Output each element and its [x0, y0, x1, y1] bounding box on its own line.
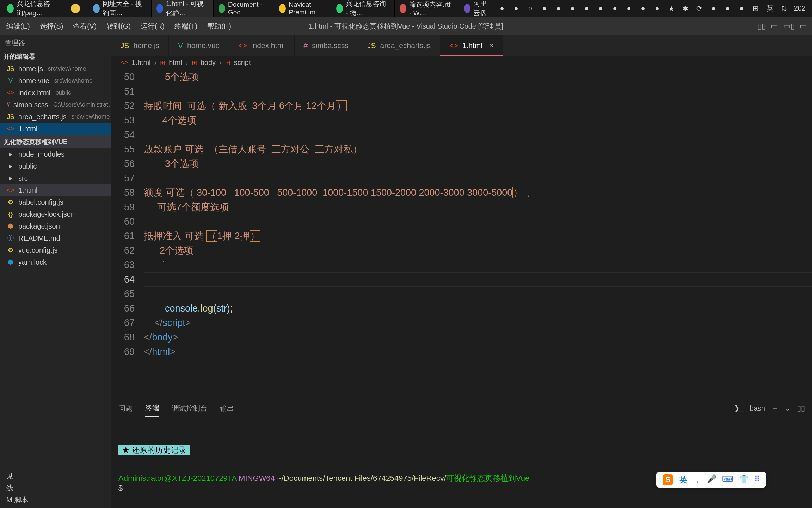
tray-icon[interactable]: ● [540, 4, 549, 13]
workspace-header[interactable]: 见化静态页移植到VUE [0, 135, 111, 148]
taskbar-app[interactable]: 兴龙信息咨询 - 微… [331, 0, 395, 17]
code-line[interactable]: 持股时间 可选（ 新入股 3个月 6个月 12个月） [144, 99, 812, 113]
ime-icon[interactable]: 🎤 [707, 474, 716, 485]
panel-tab[interactable]: 输出 [220, 400, 234, 417]
file-tree-item[interactable]: <>1.html [0, 184, 111, 196]
shell-label[interactable]: bash [750, 404, 765, 412]
editor-tab[interactable]: Vhome.vue [169, 35, 229, 56]
ime-toolbar[interactable]: S 英 ，🎤⌨👕⠿ [656, 472, 766, 488]
code-line[interactable]: 4个选项 [144, 113, 812, 128]
open-editor-item[interactable]: <>index.htmlpublic [0, 87, 111, 99]
taskbar-app[interactable]: 筛选项内容.rtf - W… [395, 0, 459, 17]
open-editor-item[interactable]: JShome.jssrc\view\home [0, 63, 111, 75]
code-line[interactable]: 3个选项 [144, 157, 812, 171]
tray-icon[interactable]: ● [568, 4, 577, 13]
file-tree-item[interactable]: ⚙vue.config.js [0, 244, 111, 256]
tray-icon[interactable]: ● [639, 4, 647, 13]
taskbar-app[interactable]: 阿里云盘 [459, 0, 498, 17]
file-tree-item[interactable]: ▸public [0, 160, 111, 172]
taskbar-app[interactable]: Document - Goo… [214, 0, 274, 17]
menu-item[interactable]: 终端(T) [174, 22, 198, 31]
terminal[interactable]: ★ 还原的历史记录 Administrator@XTZJ-20210729TA … [111, 417, 812, 508]
sidebar-section[interactable]: M 脚本 [0, 494, 111, 506]
code-line[interactable] [144, 272, 812, 287]
code-line[interactable]: 额度 可选（ 30-100 100-500 500-1000 1000-1500… [144, 186, 812, 200]
tray-icon[interactable]: ● [498, 4, 506, 13]
code-area[interactable]: 5个选项 持股时间 可选（ 新入股 3个月 6个月 12个月） 4个选项 放款账… [144, 70, 812, 399]
close-icon[interactable]: × [490, 42, 494, 50]
layout-icon[interactable]: ▭ [800, 22, 807, 31]
breadcrumb-item[interactable]: body [201, 59, 216, 67]
ime-icon[interactable]: ⠿ [754, 474, 760, 485]
tray-icon[interactable]: ● [625, 4, 633, 13]
panel-tab[interactable]: 问题 [118, 400, 133, 417]
taskbar-app[interactable] [66, 0, 88, 17]
menu-item[interactable]: 选择(S) [40, 22, 63, 31]
tray-icon[interactable]: ● [724, 4, 732, 13]
code-line[interactable]: </script> [144, 316, 812, 330]
file-tree-item[interactable]: ▸src [0, 172, 111, 184]
code-line[interactable] [144, 171, 812, 186]
code-line[interactable] [144, 287, 812, 301]
tray-icon[interactable]: 英 [766, 4, 774, 13]
tray-icon[interactable]: ● [583, 4, 591, 13]
menu-item[interactable]: 查看(V) [73, 22, 97, 31]
ime-icon[interactable]: ， [694, 474, 701, 485]
tray-icon[interactable]: ● [653, 4, 662, 13]
layout-icon[interactable]: ▭ [771, 22, 778, 31]
split-icon[interactable]: ▯▯ [797, 404, 805, 412]
breadcrumb[interactable]: <>1.html›⊞html›⊞body›⊞script [111, 56, 812, 70]
chevron-down-icon[interactable]: ⌄ [785, 404, 791, 412]
open-editor-item[interactable]: <>1.html [0, 123, 111, 135]
editor-tab[interactable]: JShome.js [111, 35, 169, 56]
tray-icon[interactable]: ⇅ [780, 4, 788, 13]
taskbar-app[interactable]: 1.html - 可视化静… [152, 0, 214, 17]
ime-lang[interactable]: 英 [679, 474, 687, 485]
tray-icon[interactable]: ● [738, 4, 746, 13]
layout-controls[interactable]: ▯▯▭▭▯▭ [757, 22, 812, 31]
menu-item[interactable]: 转到(G) [106, 22, 131, 31]
menu-item[interactable]: 编辑(E) [6, 22, 30, 31]
editor-tab[interactable]: JSarea_echarts.js [358, 35, 440, 56]
code-line[interactable]: console.log(str); [144, 301, 812, 316]
tray-icon[interactable]: ● [512, 4, 521, 13]
open-editor-item[interactable]: Vhome.vuesrc\view\home [0, 75, 111, 87]
more-icon[interactable]: ··· [97, 39, 106, 47]
file-tree-item[interactable]: ⓘREADME.md [0, 232, 111, 244]
file-tree-item[interactable]: {}package-lock.json [0, 208, 111, 220]
tray-icon[interactable]: ● [554, 4, 563, 13]
code-line[interactable]: ` [144, 258, 812, 272]
code-line[interactable]: 抵押准入 可选 （1押 2押） [144, 229, 812, 243]
tray-icon[interactable]: ★ [667, 4, 676, 13]
tray-icon[interactable]: ● [597, 4, 605, 13]
code-line[interactable]: 2个选项 [144, 243, 812, 258]
code-line[interactable]: 放款账户 可选 （主借人账号 三方对公 三方对私） [144, 142, 812, 157]
taskbar-app[interactable]: 网址大全 - 搜狗高… [88, 0, 152, 17]
code-line[interactable] [144, 84, 812, 99]
layout-icon[interactable]: ▯▯ [757, 22, 766, 31]
code-line[interactable] [144, 214, 812, 229]
file-tree-item[interactable]: ⬢package.json [0, 220, 111, 232]
code-line[interactable] [144, 128, 812, 142]
panel-tab[interactable]: 调试控制台 [172, 400, 207, 417]
code-line[interactable]: 5个选项 [144, 70, 812, 84]
open-editor-item[interactable]: #simba.scssC:\Users\Administrat… [0, 99, 111, 111]
tray-icon[interactable]: ⟳ [695, 4, 704, 13]
tray-icon[interactable]: ✱ [681, 4, 690, 13]
add-terminal-icon[interactable]: ＋ [771, 404, 779, 413]
system-tray[interactable]: ●●○●●●●●●●●●★✱⟳●●●⊞英⇅202 [498, 4, 810, 13]
tray-icon[interactable]: ○ [526, 4, 535, 13]
editor-tab[interactable]: #simba.scss [295, 35, 358, 56]
code-line[interactable]: </body> [144, 330, 812, 345]
taskbar-app[interactable]: 兴龙信息咨询/pag… [2, 0, 66, 17]
sidebar-section[interactable]: 见 [0, 470, 111, 482]
tray-icon[interactable]: ● [709, 4, 718, 13]
open-editor-item[interactable]: JSarea_echarts.jssrc\view\home [0, 111, 111, 123]
layout-icon[interactable]: ▭▯ [783, 22, 795, 31]
code-line[interactable]: </html> [144, 345, 812, 359]
editor-tab[interactable]: <>index.html [229, 35, 294, 56]
panel-tab[interactable]: 终端 [145, 400, 159, 417]
code-line[interactable]: 可选7个额度选项 [144, 200, 812, 214]
breadcrumb-item[interactable]: html [169, 59, 182, 67]
menu-item[interactable]: 运行(R) [141, 22, 165, 31]
